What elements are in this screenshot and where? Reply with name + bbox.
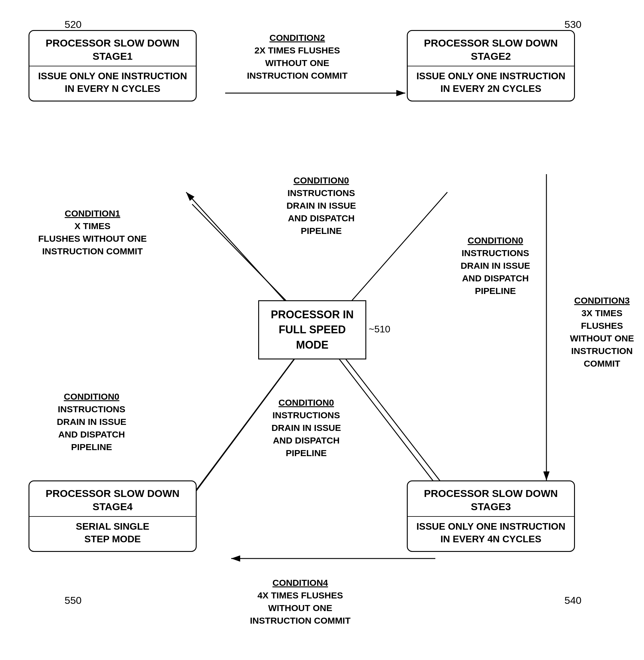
condition3-label: CONDITION3 3X TIMESFLUSHESWITHOUT ONEINS… [568, 294, 637, 370]
condition0-left-body: INSTRUCTIONSDRAIN IN ISSUEAND DISPATCHPI… [57, 404, 127, 452]
condition2-body: 2X TIMES FLUSHESWITHOUT ONEINSTRUCTION C… [247, 45, 348, 81]
condition1-title: CONDITION1 [65, 208, 120, 218]
condition0-right-body: INSTRUCTIONSDRAIN IN ISSUEAND DISPATCHPI… [461, 248, 530, 296]
condition0-bottom-title: CONDITION0 [278, 397, 334, 408]
node-550-body: SERIAL SINGLESTEP MODE [29, 517, 196, 551]
condition0-left-title: CONDITION0 [64, 391, 119, 402]
node-550: PROCESSOR SLOW DOWNSTAGE4 SERIAL SINGLES… [28, 480, 197, 552]
node-520-body: ISSUE ONLY ONE INSTRUCTIONIN EVERY N CYC… [29, 66, 196, 100]
node-540-body: ISSUE ONLY ONE INSTRUCTIONIN EVERY 4N CY… [408, 517, 574, 551]
node-540: PROCESSOR SLOW DOWNSTAGE3 ISSUE ONLY ONE… [407, 480, 575, 552]
condition4-label: CONDITION4 4X TIMES FLUSHESWITHOUT ONEIN… [237, 576, 363, 627]
node-540-title: PROCESSOR SLOW DOWNSTAGE3 [408, 481, 574, 517]
condition0-right-label: CONDITION0 INSTRUCTIONSDRAIN IN ISSUEAND… [444, 234, 547, 297]
ref-530: 530 [565, 19, 581, 30]
diagram: 520 PROCESSOR SLOW DOWNSTAGE1 ISSUE ONLY… [0, 0, 644, 660]
condition3-title: CONDITION3 [574, 295, 629, 305]
condition0-top-body: INSTRUCTIONSDRAIN IN ISSUEAND DISPATCHPI… [286, 188, 356, 236]
condition2-label: CONDITION2 2X TIMES FLUSHESWITHOUT ONEIN… [234, 31, 360, 82]
ref-540: 540 [565, 594, 581, 606]
condition0-bottom-body: INSTRUCTIONSDRAIN IN ISSUEAND DISPATCHPI… [271, 410, 341, 458]
center-node-line2: FULL SPEED MODE [279, 323, 346, 351]
node-550-title: PROCESSOR SLOW DOWNSTAGE4 [29, 481, 196, 517]
condition4-title: CONDITION4 [272, 578, 328, 588]
condition1-body: X TIMESFLUSHES WITHOUT ONEINSTRUCTION CO… [38, 221, 147, 256]
condition4-body: 4X TIMES FLUSHESWITHOUT ONEINSTRUCTION C… [250, 590, 351, 625]
center-node: PROCESSOR IN FULL SPEED MODE [258, 300, 366, 359]
node-520: PROCESSOR SLOW DOWNSTAGE1 ISSUE ONLY ONE… [28, 30, 197, 101]
condition2-title: CONDITION2 [269, 33, 325, 43]
condition1-label: CONDITION1 X TIMESFLUSHES WITHOUT ONEINS… [36, 207, 150, 258]
ref-520: 520 [65, 19, 82, 30]
condition0-top-label: CONDITION0 INSTRUCTIONSDRAIN IN ISSUEAND… [267, 174, 375, 237]
condition0-bottom-label: CONDITION0 INSTRUCTIONSDRAIN IN ISSUEAND… [249, 396, 363, 459]
ref-550: 550 [65, 594, 82, 606]
node-520-title: PROCESSOR SLOW DOWNSTAGE1 [29, 31, 196, 66]
center-ref: ~510 [369, 324, 390, 335]
node-530-title: PROCESSOR SLOW DOWNSTAGE2 [408, 31, 574, 66]
condition0-left-label: CONDITION0 INSTRUCTIONSDRAIN IN ISSUEAND… [39, 390, 144, 453]
condition3-body: 3X TIMESFLUSHESWITHOUT ONEINSTRUCTIONCOM… [570, 308, 634, 368]
condition0-right-title: CONDITION0 [467, 235, 523, 245]
node-530-body: ISSUE ONLY ONE INSTRUCTIONIN EVERY 2N CY… [408, 66, 574, 100]
center-node-line1: PROCESSOR IN [271, 309, 354, 321]
condition0-top-title: CONDITION0 [293, 175, 349, 185]
node-530: PROCESSOR SLOW DOWNSTAGE2 ISSUE ONLY ONE… [407, 30, 575, 101]
